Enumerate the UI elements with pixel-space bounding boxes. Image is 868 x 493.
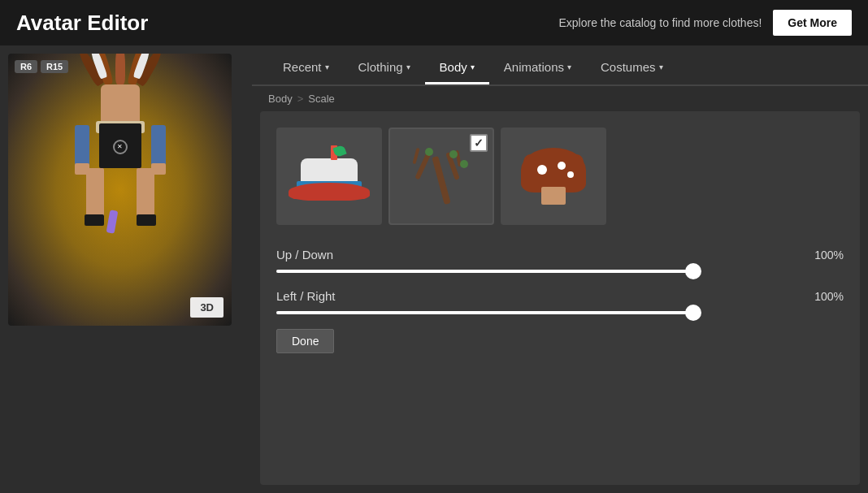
avatar-leg-left: [86, 168, 104, 217]
mushroom-stem: [541, 187, 566, 205]
mushroom-dot-3: [567, 171, 574, 178]
item-card-mushroom[interactable]: [501, 128, 606, 225]
slider-left-right: Left / Right 100%: [276, 289, 844, 314]
slider-left-right-fill: [276, 311, 695, 314]
chevron-down-icon: ▾: [471, 63, 475, 71]
avatar-foot-left: [85, 214, 104, 226]
get-more-button[interactable]: Get More: [773, 10, 852, 36]
slider-up-down-thumb[interactable]: [685, 263, 701, 279]
slider-left-right-label: Left / Right: [276, 289, 336, 303]
breadcrumb-separator: >: [297, 93, 304, 105]
avatar-torso: ✕: [99, 123, 141, 168]
content-panel: Recent ▾ Clothing ▾ Body ▾ Animations ▾ …: [252, 45, 868, 493]
header-cta-text: Explore the catalog to find more clothes…: [559, 16, 762, 29]
breadcrumb: Body > Scale: [252, 86, 868, 111]
chevron-down-icon: ▾: [325, 63, 329, 71]
avatar-3d-button[interactable]: 3D: [190, 297, 224, 318]
app-title: Avatar Editor: [16, 11, 148, 36]
slider-left-right-label-row: Left / Right 100%: [276, 289, 844, 303]
chevron-down-icon: ▾: [567, 63, 571, 71]
item-card-branches[interactable]: ✓: [388, 128, 494, 225]
tab-clothing[interactable]: Clothing ▾: [344, 54, 425, 84]
breadcrumb-current: Scale: [308, 93, 335, 105]
content-area: ✓: [260, 111, 860, 485]
leaf-dot-1: [425, 148, 433, 156]
slider-up-down-label-row: Up / Down 100%: [276, 248, 844, 262]
mushroom-dot-1: [537, 165, 547, 175]
avatar-arm-left: [75, 125, 89, 166]
branches-item-art: [405, 144, 478, 209]
branch-main: [432, 156, 450, 205]
header: Avatar Editor Explore the catalog to fin…: [0, 0, 868, 45]
tab-body[interactable]: Body ▾: [425, 54, 489, 84]
avatar-figure: ✕: [72, 84, 169, 312]
tab-costumes[interactable]: Costumes ▾: [586, 54, 678, 84]
avatar-arm-right: [151, 125, 166, 166]
slider-up-down-label: Up / Down: [276, 248, 333, 262]
chevron-down-icon: ▾: [659, 63, 663, 71]
hat-item-art: [289, 144, 370, 209]
item-card-hat[interactable]: [276, 128, 382, 225]
tab-recent[interactable]: Recent ▾: [268, 54, 344, 84]
mushroom-dot-2: [558, 162, 566, 170]
branch-tip-left: [412, 148, 419, 164]
breadcrumb-parent[interactable]: Body: [268, 93, 293, 105]
mushroom-cap: [521, 148, 586, 192]
leaf-dot-2: [449, 150, 458, 158]
r6-badge[interactable]: R6: [15, 60, 37, 73]
slider-left-right-value: 100%: [814, 290, 844, 303]
sliders-section: Up / Down 100% Left / Right 100%: [276, 248, 844, 314]
slider-up-down: Up / Down 100%: [276, 248, 844, 273]
avatar-preview: R6 R15 ✕: [8, 54, 232, 326]
r15-badge[interactable]: R15: [41, 60, 68, 73]
feather-3: [115, 54, 125, 84]
hat-brim: [289, 183, 370, 201]
mushroom-item-art: [517, 144, 590, 209]
avatar-accessory: [106, 210, 118, 233]
avatar-torso-badge: ✕: [113, 140, 128, 154]
main-layout: R6 R15 ✕: [0, 45, 868, 493]
tab-animations[interactable]: Animations ▾: [489, 54, 586, 84]
slider-left-right-thumb[interactable]: [685, 305, 701, 321]
slider-up-down-value: 100%: [814, 249, 844, 262]
avatar-panel: R6 R15 ✕: [0, 45, 252, 493]
slider-left-right-track[interactable]: [276, 311, 695, 314]
chevron-down-icon: ▾: [406, 63, 410, 71]
avatar-badges: R6 R15: [15, 60, 68, 73]
leaf-dot-3: [460, 160, 468, 168]
done-button[interactable]: Done: [276, 329, 334, 353]
avatar-foot-right: [137, 214, 156, 226]
slider-up-down-fill: [276, 270, 695, 273]
header-right: Explore the catalog to find more clothes…: [559, 10, 853, 36]
nav-tabs: Recent ▾ Clothing ▾ Body ▾ Animations ▾ …: [252, 45, 868, 86]
slider-up-down-track[interactable]: [276, 270, 695, 273]
avatar-leg-right: [137, 168, 154, 217]
item-grid: ✓: [276, 128, 844, 225]
